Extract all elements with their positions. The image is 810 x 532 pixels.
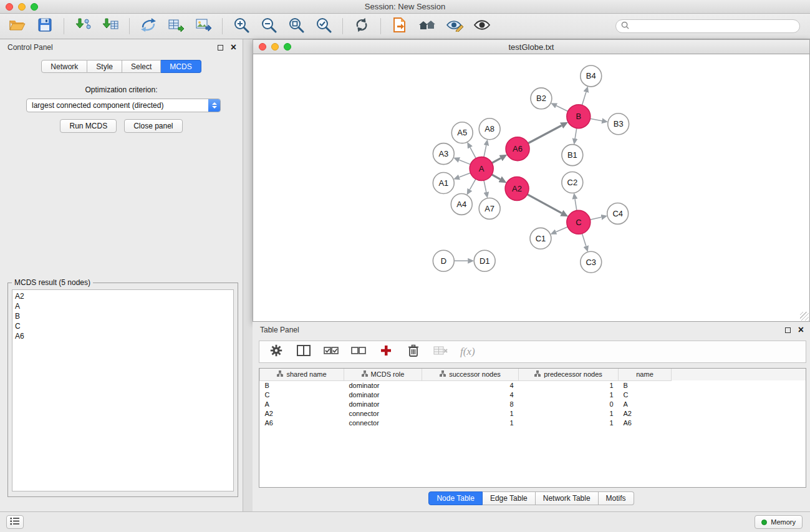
- node-table[interactable]: shared name MCDS role successor nodes pr…: [259, 368, 806, 488]
- table-cell[interactable]: 1: [519, 390, 619, 399]
- delete-column-button[interactable]: [405, 344, 422, 360]
- table-cell[interactable]: 1: [519, 380, 619, 390]
- table-cell[interactable]: 4: [422, 380, 519, 390]
- table-row[interactable]: Bdominator41B: [260, 380, 806, 390]
- tab-style[interactable]: Style: [87, 60, 122, 73]
- network-graph[interactable]: B4B2BB3A5A8A6B1A3AC2A1A2A4A7C4CC1C3DD1: [253, 54, 809, 321]
- open-session-button[interactable]: [6, 16, 29, 36]
- table-cell[interactable]: C: [619, 390, 672, 399]
- network-edge[interactable]: [528, 195, 562, 213]
- import-table-button[interactable]: [99, 16, 122, 36]
- zoom-in-button[interactable]: [230, 16, 253, 36]
- network-edge[interactable]: [575, 128, 577, 138]
- network-edge[interactable]: [470, 147, 476, 158]
- table-cell[interactable]: B: [619, 380, 672, 390]
- column-header-name[interactable]: name: [619, 369, 672, 380]
- close-panel-icon[interactable]: ×: [231, 44, 236, 51]
- network-home-button[interactable]: [416, 16, 438, 36]
- network-node[interactable]: A1: [433, 173, 454, 194]
- table-settings-button[interactable]: [268, 344, 284, 360]
- network-node[interactable]: A4: [451, 193, 472, 215]
- tab-node-table[interactable]: Node Table: [428, 491, 483, 505]
- tab-edge-table[interactable]: Edge Table: [483, 491, 536, 505]
- table-row[interactable]: Cdominator41C: [260, 390, 806, 399]
- column-header-predecessor-nodes[interactable]: predecessor nodes: [519, 369, 619, 380]
- graphics-details-button[interactable]: [471, 16, 493, 36]
- zoom-out-button[interactable]: [258, 16, 280, 36]
- tab-network[interactable]: Network: [41, 60, 87, 73]
- network-canvas[interactable]: B4B2BB3A5A8A6B1A3AC2A1A2A4A7C4CC1C3DD1: [253, 54, 810, 322]
- mcds-result-item[interactable]: A2: [15, 291, 231, 301]
- column-header-shared-name[interactable]: shared name: [260, 369, 344, 380]
- network-node[interactable]: B4: [581, 65, 602, 87]
- close-panel-button[interactable]: Close panel: [124, 119, 182, 133]
- network-node[interactable]: B1: [562, 145, 583, 166]
- network-edge[interactable]: [582, 233, 586, 246]
- table-cell[interactable]: connector: [344, 409, 422, 418]
- table-cell[interactable]: dominator: [344, 390, 422, 399]
- network-edge[interactable]: [575, 199, 577, 211]
- table-row[interactable]: Adominator80A: [260, 399, 806, 409]
- close-table-panel-icon[interactable]: ×: [798, 327, 804, 333]
- tab-motifs[interactable]: Motifs: [599, 491, 634, 505]
- network-node-mcds[interactable]: B: [567, 105, 591, 128]
- network-edge[interactable]: [590, 217, 601, 220]
- table-cell[interactable]: A: [619, 399, 672, 409]
- table-cell[interactable]: A2: [619, 409, 672, 418]
- network-node[interactable]: A8: [479, 118, 500, 140]
- table-cell[interactable]: dominator: [344, 399, 422, 409]
- table-cell[interactable]: C: [260, 390, 344, 399]
- mcds-result-item[interactable]: C: [15, 321, 231, 331]
- network-edge[interactable]: [582, 92, 586, 105]
- network-node[interactable]: B2: [531, 88, 552, 109]
- zoom-selected-button[interactable]: [312, 16, 335, 36]
- column-header-successor-nodes[interactable]: successor nodes: [422, 369, 519, 380]
- mcds-result-list[interactable]: A2ABCA6: [12, 289, 234, 491]
- network-edge[interactable]: [556, 227, 568, 232]
- table-cell[interactable]: connector: [344, 418, 422, 427]
- network-node[interactable]: A5: [451, 122, 473, 143]
- column-header-mcds-role[interactable]: MCDS role: [344, 369, 422, 380]
- network-edge[interactable]: [590, 118, 602, 121]
- search-input[interactable]: [629, 22, 799, 31]
- table-cell[interactable]: 0: [519, 399, 619, 409]
- show-columns-button[interactable]: [296, 344, 312, 360]
- network-node[interactable]: A7: [479, 198, 500, 219]
- deselect-all-button[interactable]: [350, 344, 367, 360]
- table-cell[interactable]: 1: [422, 418, 519, 427]
- table-cell[interactable]: B: [260, 380, 344, 390]
- network-node-mcds[interactable]: C: [567, 210, 591, 234]
- save-session-button[interactable]: [34, 16, 56, 36]
- network-edge[interactable]: [528, 125, 562, 143]
- network-node[interactable]: D1: [474, 250, 495, 271]
- annotation-edit-button[interactable]: [443, 16, 466, 36]
- network-edge[interactable]: [470, 179, 475, 190]
- network-edge[interactable]: [484, 145, 486, 157]
- table-cell[interactable]: 1: [519, 418, 619, 427]
- import-network-button[interactable]: [72, 16, 94, 36]
- network-node[interactable]: D: [433, 250, 454, 271]
- mcds-result-item[interactable]: A6: [15, 331, 231, 341]
- network-node-mcds[interactable]: A2: [505, 177, 529, 201]
- zoom-fit-button[interactable]: [285, 16, 307, 36]
- table-cell[interactable]: 1: [422, 409, 519, 418]
- table-cell[interactable]: 1: [519, 409, 619, 418]
- network-node[interactable]: C1: [530, 228, 551, 249]
- export-image-button[interactable]: [192, 16, 215, 36]
- network-edge[interactable]: [459, 160, 470, 164]
- network-node[interactable]: B3: [608, 114, 629, 135]
- apply-layout-button[interactable]: [350, 16, 373, 36]
- network-node-mcds[interactable]: A6: [506, 137, 529, 161]
- tab-select[interactable]: Select: [122, 60, 161, 73]
- table-cell[interactable]: dominator: [344, 380, 422, 390]
- tab-mcds[interactable]: MCDS: [161, 60, 201, 73]
- mcds-result-item[interactable]: B: [15, 311, 231, 321]
- float-table-panel-icon[interactable]: [785, 327, 791, 333]
- network-edge[interactable]: [484, 180, 486, 192]
- table-cell[interactable]: A6: [619, 418, 672, 427]
- table-cell[interactable]: A6: [260, 418, 344, 427]
- network-node-mcds[interactable]: A: [470, 157, 493, 181]
- network-node[interactable]: A3: [433, 143, 454, 165]
- add-column-button[interactable]: [378, 344, 394, 360]
- network-edge[interactable]: [556, 106, 568, 112]
